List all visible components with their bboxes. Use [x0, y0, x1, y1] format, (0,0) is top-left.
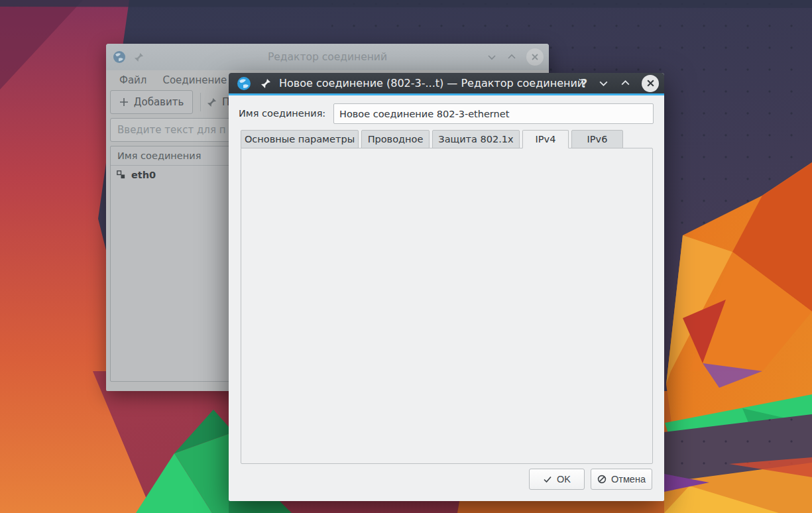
menu-file[interactable]: Файл [119, 74, 146, 86]
window-titlebar[interactable]: Редактор соединений [106, 44, 549, 70]
connection-name-input[interactable] [333, 103, 654, 124]
cancel-icon [597, 475, 607, 484]
ipv4-tab-panel [241, 148, 653, 464]
cancel-button[interactable]: Отмена [591, 469, 652, 490]
connection-name-label: Имя соединения: [239, 108, 325, 119]
help-icon[interactable]: ? [581, 77, 587, 90]
connect-button[interactable]: П [207, 90, 229, 114]
minimize-icon[interactable] [598, 78, 609, 89]
plug-icon [207, 97, 217, 107]
tab-8021x-security[interactable]: Защита 802.1x [432, 130, 520, 148]
check-icon [543, 475, 552, 484]
tab-ipv6[interactable]: IPv6 [571, 130, 623, 148]
dialog-titlebar[interactable]: Новое соединение (802-3-...t) — Редактор… [229, 73, 664, 95]
new-connection-dialog: Новое соединение (802-3-...t) — Редактор… [229, 73, 664, 501]
minimize-icon[interactable] [487, 52, 497, 62]
plus-icon [119, 97, 129, 107]
pin-icon[interactable] [261, 78, 271, 89]
tab-wired[interactable]: Проводное [361, 130, 430, 148]
app-globe-icon [237, 76, 251, 91]
tab-general[interactable]: Основные параметры [241, 130, 359, 148]
desktop: Редактор соединений Файл Соединение [0, 0, 812, 513]
close-icon[interactable] [642, 75, 659, 92]
close-icon[interactable] [526, 48, 544, 66]
add-connection-button[interactable]: Добавить [110, 90, 193, 114]
dialog-title: Новое соединение (802-3-...t) — Редактор… [279, 77, 584, 89]
ok-button[interactable]: OK [529, 469, 585, 490]
maximize-icon[interactable] [506, 52, 517, 62]
window-title: Редактор соединений [106, 51, 549, 63]
toolbar-separator [200, 93, 201, 111]
ethernet-icon [116, 170, 126, 180]
maximize-icon[interactable] [620, 78, 631, 89]
tab-ipv4[interactable]: IPv4 [522, 130, 569, 148]
menu-connection[interactable]: Соединение [162, 74, 227, 86]
